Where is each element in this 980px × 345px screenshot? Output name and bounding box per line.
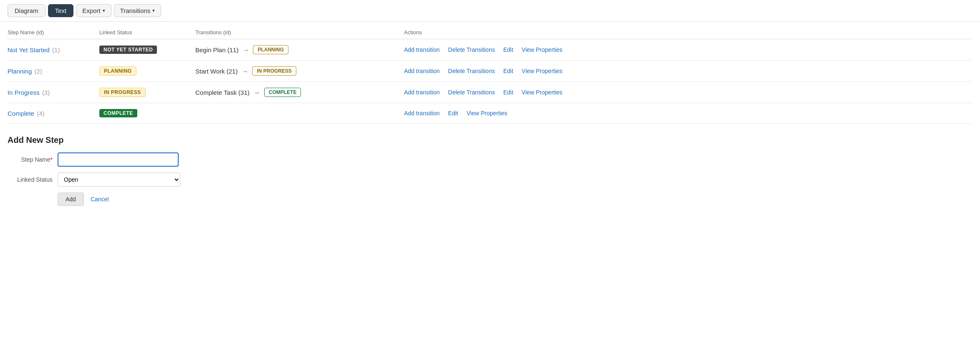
step-name-link[interactable]: Complete xyxy=(8,110,34,117)
step-id: (3) xyxy=(42,89,50,96)
table-headers: Step Name (id) Linked Status Transitions… xyxy=(8,26,972,39)
linked-status-label: Linked Status xyxy=(8,176,58,183)
transition-link[interactable]: Begin Plan (11) xyxy=(195,46,238,53)
transition-target-badge: IN PROGRESS xyxy=(252,66,296,76)
cancel-button[interactable]: Cancel xyxy=(91,196,109,203)
header-linked-status: Linked Status xyxy=(99,29,195,36)
add-step-title: Add New Step xyxy=(8,135,972,145)
delete-transitions-link[interactable]: Delete Transitions xyxy=(444,89,499,96)
text-tab[interactable]: Text xyxy=(48,4,74,17)
transition-cell: Start Work (21) → IN PROGRESS xyxy=(195,66,404,76)
delete-transitions-link[interactable]: Delete Transitions xyxy=(444,68,499,74)
table-row: Not Yet Started (1) NOT YET STARTED Begi… xyxy=(8,39,972,61)
add-button[interactable]: Add xyxy=(58,193,84,206)
transitions-dropdown[interactable]: Transitions ▾ xyxy=(114,4,162,17)
transition-link[interactable]: Complete Task (31) xyxy=(195,89,250,96)
edit-link[interactable]: Edit xyxy=(444,110,462,117)
status-badge: IN PROGRESS xyxy=(99,88,146,97)
required-star: * xyxy=(51,156,53,163)
view-properties-link[interactable]: View Properties xyxy=(518,89,567,96)
linked-status-cell: IN PROGRESS xyxy=(99,88,195,97)
actions-cell: Add transition Delete Transitions Edit V… xyxy=(404,68,972,74)
linked-status-cell: COMPLETE xyxy=(99,109,195,117)
transition-target-badge: PLANNING xyxy=(253,45,288,54)
edit-link[interactable]: Edit xyxy=(499,46,518,53)
step-id: (2) xyxy=(35,68,42,75)
diagram-tab[interactable]: Diagram xyxy=(8,4,45,17)
add-transition-link[interactable]: Add transition xyxy=(404,46,444,53)
arrow-icon: → xyxy=(254,89,260,96)
export-dropdown[interactable]: Export ▾ xyxy=(76,4,111,17)
form-buttons: Add Cancel xyxy=(8,193,972,206)
toolbar: Diagram Text Export ▾ Transitions ▾ xyxy=(0,0,980,22)
table-row: Complete (4) COMPLETE Add transition Edi… xyxy=(8,103,972,124)
add-new-step-section: Add New Step Step Name* Linked Status Op… xyxy=(0,124,980,214)
linked-status-cell: NOT YET STARTED xyxy=(99,46,195,54)
step-name-link[interactable]: Planning xyxy=(8,68,32,75)
table-row: In Progress (3) IN PROGRESS Complete Tas… xyxy=(8,82,972,103)
header-actions: Actions xyxy=(404,29,972,36)
edit-link[interactable]: Edit xyxy=(499,89,518,96)
transition-target-badge: COMPLETE xyxy=(264,88,301,97)
step-name-link[interactable]: Not Yet Started xyxy=(8,46,50,53)
step-name-cell: In Progress (3) xyxy=(8,89,99,96)
step-name-label: Step Name* xyxy=(8,156,58,163)
linked-status-select[interactable]: Open Not Yet Started Planning In Progres… xyxy=(58,172,180,187)
status-badge: COMPLETE xyxy=(99,109,137,117)
export-chevron-icon: ▾ xyxy=(103,8,105,13)
step-name-cell: Complete (4) xyxy=(8,110,99,117)
step-name-cell: Planning (2) xyxy=(8,68,99,75)
add-transition-link[interactable]: Add transition xyxy=(404,89,444,96)
status-badge: PLANNING xyxy=(99,66,136,76)
delete-transitions-link[interactable]: Delete Transitions xyxy=(444,46,499,53)
arrow-icon: → xyxy=(242,68,248,75)
header-step-name: Step Name (id) xyxy=(8,29,99,36)
actions-cell: Add transition Delete Transitions Edit V… xyxy=(404,89,972,96)
step-name-link[interactable]: In Progress xyxy=(8,89,40,96)
transitions-chevron-icon: ▾ xyxy=(152,8,155,13)
status-badge: NOT YET STARTED xyxy=(99,46,157,54)
add-transition-link[interactable]: Add transition xyxy=(404,68,444,74)
steps-table-container: Step Name (id) Linked Status Transitions… xyxy=(0,22,980,124)
step-name-cell: Not Yet Started (1) xyxy=(8,46,99,53)
actions-cell: Add transition Edit View Properties xyxy=(404,110,972,117)
edit-link[interactable]: Edit xyxy=(499,68,518,74)
transition-link[interactable]: Start Work (21) xyxy=(195,68,237,75)
arrow-icon: → xyxy=(242,46,249,53)
step-name-row: Step Name* xyxy=(8,152,972,167)
header-transitions: Transitions (id) xyxy=(195,29,404,36)
step-id: (1) xyxy=(52,46,60,53)
actions-cell: Add transition Delete Transitions Edit V… xyxy=(404,46,972,53)
linked-status-row: Linked Status Open Not Yet Started Plann… xyxy=(8,172,972,187)
add-transition-link[interactable]: Add transition xyxy=(404,110,444,117)
linked-status-cell: PLANNING xyxy=(99,66,195,76)
view-properties-link[interactable]: View Properties xyxy=(462,110,512,117)
step-id: (4) xyxy=(37,110,44,117)
view-properties-link[interactable]: View Properties xyxy=(518,46,567,53)
view-properties-link[interactable]: View Properties xyxy=(518,68,567,74)
table-row: Planning (2) PLANNING Start Work (21) → … xyxy=(8,61,972,82)
transition-cell: Begin Plan (11) → PLANNING xyxy=(195,45,404,54)
step-name-input[interactable] xyxy=(58,152,179,167)
transition-cell: Complete Task (31) → COMPLETE xyxy=(195,88,404,97)
